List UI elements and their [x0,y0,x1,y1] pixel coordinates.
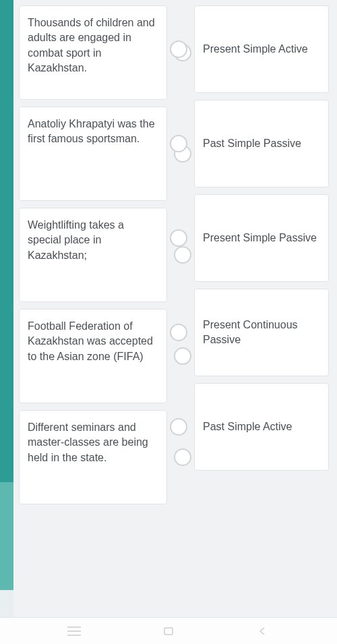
answer-text: Present Simple Passive [203,231,317,245]
answer-card[interactable]: Present Simple Active [194,5,329,93]
answer-text: Past Simple Passive [203,136,301,151]
sidebar-section [0,482,13,536]
sentence-text: Thousands of children and adults are eng… [28,17,155,74]
sentence-text: Anatoliy Khrapatyi was the first famous … [28,118,155,144]
left-column: Thousands of children and adults are eng… [19,5,167,612]
match-connector-icon[interactable] [174,246,191,264]
content-area: Thousands of children and adults are eng… [13,0,337,617]
answer-text: Past Simple Active [203,419,293,434]
answer-text: Present Continuous Passive [203,318,320,348]
sentence-card[interactable]: Weightlifting takes a special place in K… [19,208,167,302]
right-column: Present Simple Active Past Simple Passiv… [194,5,329,612]
match-connector-icon[interactable] [170,229,187,247]
answer-card[interactable]: Past Simple Active [194,383,329,471]
back-icon[interactable] [256,626,270,636]
answer-text: Present Simple Active [203,42,308,57]
sentence-text: Football Federation of Kazakhstan was ac… [28,320,153,362]
match-row: Thousands of children and adults are eng… [19,5,167,100]
answer-card[interactable]: Past Simple Passive [194,100,329,187]
answer-card[interactable]: Present Simple Passive [194,194,329,282]
sentence-card[interactable]: Different seminars and master-classes ar… [19,410,167,504]
match-connector-icon[interactable] [174,347,191,365]
sentence-card[interactable]: Anatoliy Khrapatyi was the first famous … [19,107,167,201]
sentence-text: Weightlifting takes a special place in K… [28,219,124,261]
sidebar-section-active [0,0,13,482]
match-connector-icon[interactable] [174,448,191,466]
nav-bar [0,617,337,644]
match-row: Football Federation of Kazakhstan was ac… [19,309,167,403]
menu-icon[interactable] [67,626,81,636]
match-row: Anatoliy Khrapatyi was the first famous … [19,107,167,201]
match-row: Past Simple Passive [194,100,329,187]
sidebar [0,0,13,617]
match-row: Weightlifting takes a special place in K… [19,208,167,302]
sidebar-section [0,536,13,590]
match-row: Present Simple Passive [194,194,329,282]
svg-rect-3 [164,628,173,635]
match-row: Different seminars and master-classes ar… [19,410,167,504]
match-connector-icon[interactable] [170,324,187,341]
sentence-card[interactable]: Thousands of children and adults are eng… [19,5,167,100]
sidebar-section [0,590,13,617]
match-row: Present Continuous Passive [194,289,329,376]
sentence-text: Different seminars and master-classes ar… [28,421,148,463]
sentence-card[interactable]: Football Federation of Kazakhstan was ac… [19,309,167,403]
match-connector-icon[interactable] [170,40,187,58]
main-container: Thousands of children and adults are eng… [0,0,337,617]
match-connector-icon[interactable] [170,418,187,436]
match-row: Present Simple Active [194,5,329,93]
match-connector-icon[interactable] [170,135,187,152]
match-row: Past Simple Active [194,383,329,471]
home-icon[interactable] [162,626,175,636]
answer-card[interactable]: Present Continuous Passive [194,289,329,376]
